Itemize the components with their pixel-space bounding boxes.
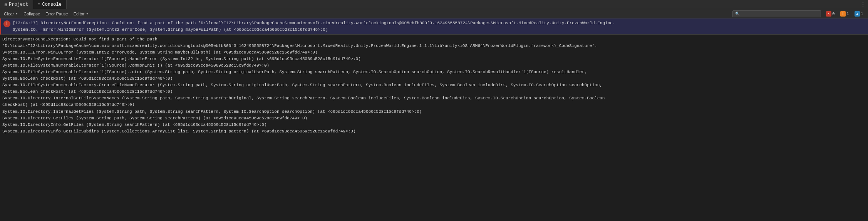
search-input[interactable] (741, 12, 818, 16)
stack-trace: DirectoryNotFoundException: Could not fi… (2, 36, 866, 135)
clear-button[interactable]: Clear ▼ (2, 10, 20, 18)
error-banner[interactable]: ! [13:04:17] DirectoryNotFoundException:… (0, 18, 868, 35)
collapse-label: Collapse (23, 12, 40, 16)
tab-console-label: Console (42, 2, 61, 7)
error-dot-icon: ! (3, 20, 10, 27)
main-content[interactable]: DirectoryNotFoundException: Could not fi… (0, 35, 868, 221)
warning-badge[interactable]: ! 1 (838, 10, 852, 18)
clear-dropdown-arrow: ▼ (15, 12, 18, 15)
editor-dropdown-arrow: ▼ (85, 12, 89, 15)
search-box[interactable]: 🔍 (732, 10, 821, 17)
error-banner-line2: System.IO.__Error.WinIOError (System.Int… (13, 27, 615, 33)
error-icon: ✕ (826, 11, 831, 17)
editor-label: Editor (74, 12, 85, 16)
toolbar: Clear ▼ Collapse Error Pause Editor ▼ 🔍 … (0, 9, 868, 18)
badge-group: ✕ 0 ! 1 i 1 (824, 10, 866, 18)
tab-bar: ▤ Project ≡ Console ⋮ (0, 0, 868, 9)
tab-project-label: Project (9, 2, 28, 7)
info-icon: i (855, 11, 860, 17)
error-banner-text: [13:04:17] DirectoryNotFoundException: C… (13, 20, 615, 33)
more-options-button[interactable]: ⋮ (858, 0, 868, 8)
warning-count: 1 (846, 12, 850, 16)
tab-console[interactable]: ≡ Console (33, 0, 66, 9)
warning-icon: ! (840, 11, 846, 17)
error-banner-line1: [13:04:17] DirectoryNotFoundException: C… (13, 20, 615, 27)
search-icon: 🔍 (735, 12, 740, 16)
error-pause-button[interactable]: Error Pause (43, 10, 70, 18)
error-badge[interactable]: ✕ 0 (824, 10, 838, 18)
error-pause-label: Error Pause (45, 12, 68, 16)
tab-project[interactable]: ▤ Project (0, 0, 33, 9)
collapse-button[interactable]: Collapse (21, 10, 42, 18)
error-count: 0 (832, 12, 836, 16)
editor-button[interactable]: Editor ▼ (71, 10, 91, 18)
info-badge[interactable]: i 1 (853, 10, 866, 18)
console-icon: ≡ (38, 2, 40, 7)
project-icon: ▤ (5, 2, 7, 7)
info-count: 1 (861, 12, 865, 16)
clear-label: Clear (4, 12, 14, 16)
